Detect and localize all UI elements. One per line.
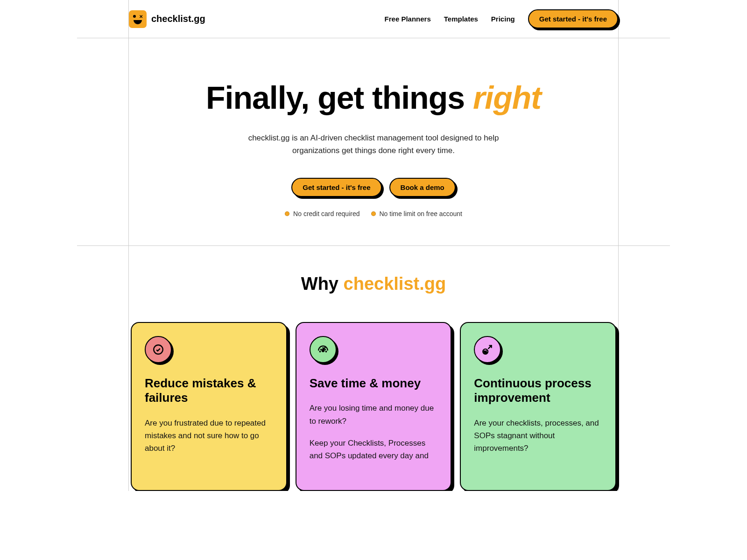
gauge-icon	[310, 336, 337, 363]
why-section: Why checklist.gg Reduce mistakes & failu…	[129, 246, 618, 491]
check-icon	[145, 336, 172, 363]
hero-bullet-1: No credit card required	[285, 210, 359, 217]
header-cta-button[interactable]: Get started - it's free	[528, 9, 618, 28]
logo-text: checklist.gg	[151, 14, 205, 24]
hero-book-demo-button[interactable]: Book a demo	[389, 178, 456, 197]
nav-free-planners[interactable]: Free Planners	[385, 15, 431, 23]
hero-bullet-2: No time limit on free account	[371, 210, 462, 217]
hero-buttons: Get started - it's free Book a demo	[148, 178, 599, 197]
logo-icon: ✕	[129, 10, 147, 28]
bullet-icon	[285, 211, 289, 216]
card-text: Keep your Checklists, Processes and SOPs…	[310, 437, 438, 462]
card-title: Reduce mistakes & failures	[145, 376, 273, 405]
logo[interactable]: ✕ checklist.gg	[129, 10, 205, 28]
nav-pricing[interactable]: Pricing	[491, 15, 515, 23]
hero-title-highlight: right	[473, 80, 541, 115]
nav-templates[interactable]: Templates	[444, 15, 478, 23]
hero-subtitle: checklist.gg is an AI-driven checklist m…	[224, 132, 523, 157]
card-reduce-mistakes: Reduce mistakes & failures Are you frust…	[131, 322, 287, 491]
svg-point-4	[323, 348, 323, 348]
svg-point-5	[324, 350, 325, 350]
hero-bullets: No credit card required No time limit on…	[148, 210, 599, 217]
header: ✕ checklist.gg Free Planners Templates P…	[129, 0, 618, 38]
hero-title: Finally, get things right	[148, 80, 599, 115]
card-text: Are you frustrated due to repeated mista…	[145, 417, 273, 455]
card-title: Save time & money	[310, 376, 438, 391]
hero-bullet-2-text: No time limit on free account	[380, 210, 462, 217]
growth-icon: %	[474, 336, 501, 363]
hero-title-prefix: Finally, get things	[206, 80, 473, 115]
why-title-highlight: checklist.gg	[344, 274, 446, 294]
nav: Free Planners Templates Pricing Get star…	[385, 9, 618, 28]
card-continuous-improvement: % Continuous process improvement Are you…	[460, 322, 616, 491]
card-text: Are your checklists, processes, and SOPs…	[474, 417, 602, 455]
svg-point-0	[154, 345, 163, 354]
svg-text:%: %	[484, 350, 487, 354]
hero-bullet-1-text: No credit card required	[293, 210, 359, 217]
hero: Finally, get things right checklist.gg i…	[129, 38, 618, 245]
card-text: Are you losing time and money due to rew…	[310, 402, 438, 427]
why-title: Why checklist.gg	[129, 274, 618, 294]
card-save-time: Save time & money Are you losing time an…	[296, 322, 452, 491]
bullet-icon	[371, 211, 376, 216]
svg-point-3	[321, 350, 321, 350]
card-title: Continuous process improvement	[474, 376, 602, 405]
hero-get-started-button[interactable]: Get started - it's free	[291, 178, 381, 197]
svg-point-6	[326, 351, 326, 352]
svg-point-2	[320, 351, 320, 352]
cards-row: Reduce mistakes & failures Are you frust…	[129, 322, 618, 491]
why-title-prefix: Why	[301, 274, 344, 294]
